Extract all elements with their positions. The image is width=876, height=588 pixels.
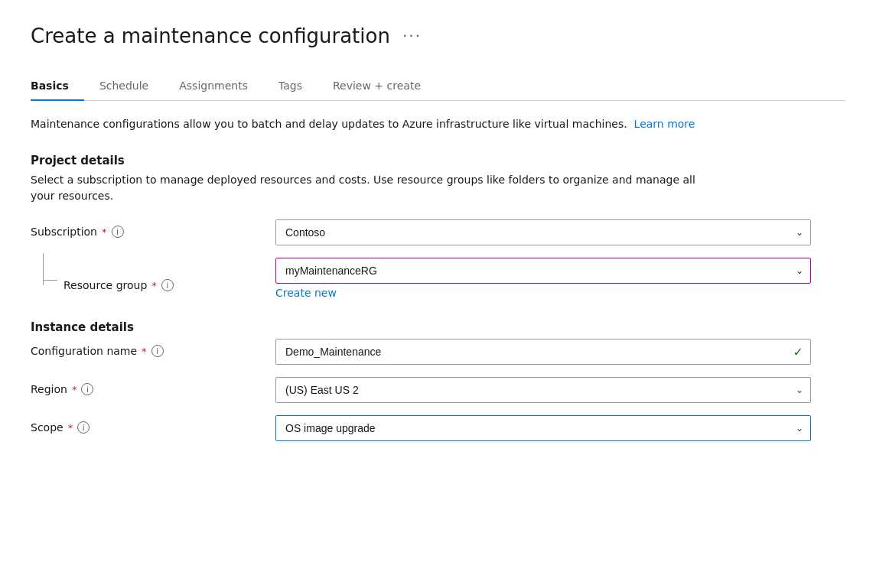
resource-group-dropdown[interactable]: myMaintenanceRG ⌄: [275, 258, 811, 284]
region-info-icon[interactable]: i: [81, 383, 93, 395]
scope-info-icon[interactable]: i: [77, 421, 90, 434]
resource-group-info-icon[interactable]: i: [161, 279, 174, 291]
tabs-nav: Basics Schedule Assignments Tags Review …: [31, 72, 845, 101]
more-options-button[interactable]: ···: [402, 27, 422, 45]
scope-row: Scope * i OS image upgrade ⌄: [31, 415, 845, 441]
subscription-row: Subscription * i Contoso ⌄: [31, 219, 845, 245]
instance-details-heading: Instance details: [31, 320, 845, 334]
region-select[interactable]: (US) East US 2: [275, 377, 811, 403]
scope-required: *: [68, 422, 73, 434]
description-text: Maintenance configurations allow you to …: [31, 118, 627, 130]
config-name-label: Configuration name: [31, 345, 137, 357]
resource-group-select[interactable]: myMaintenanceRG: [275, 258, 811, 284]
config-name-check-icon: ✓: [793, 345, 803, 359]
create-new-link[interactable]: Create new: [275, 287, 811, 299]
config-name-info-icon[interactable]: i: [151, 345, 164, 357]
tab-schedule[interactable]: Schedule: [99, 72, 164, 101]
tab-tags[interactable]: Tags: [278, 72, 318, 101]
config-name-required: *: [142, 346, 147, 357]
scope-label: Scope: [31, 421, 64, 434]
learn-more-link[interactable]: Learn more: [634, 118, 695, 130]
scope-dropdown[interactable]: OS image upgrade ⌄: [275, 415, 811, 441]
page-description: Maintenance configurations allow you to …: [31, 116, 719, 132]
subscription-required: *: [102, 226, 107, 238]
project-details-heading: Project details: [31, 154, 845, 167]
page-title: Create a maintenance configuration: [31, 24, 390, 47]
scope-select[interactable]: OS image upgrade: [275, 415, 811, 441]
config-name-row: Configuration name * i ✓: [31, 339, 845, 365]
subscription-label: Subscription: [31, 226, 97, 238]
resource-group-label: Resource group: [64, 279, 147, 291]
region-row: Region * i (US) East US 2 ⌄: [31, 377, 845, 403]
config-name-input[interactable]: [275, 339, 811, 365]
project-details-description: Select a subscription to manage deployed…: [31, 172, 719, 204]
config-name-input-wrapper: ✓: [275, 339, 811, 365]
tab-review-create[interactable]: Review + create: [333, 72, 436, 101]
region-required: *: [72, 384, 77, 395]
tab-basics[interactable]: Basics: [31, 72, 84, 101]
tab-assignments[interactable]: Assignments: [179, 72, 263, 101]
subscription-select[interactable]: Contoso: [275, 219, 811, 245]
subscription-info-icon[interactable]: i: [112, 226, 124, 238]
region-dropdown[interactable]: (US) East US 2 ⌄: [275, 377, 811, 403]
subscription-dropdown[interactable]: Contoso ⌄: [275, 219, 811, 245]
region-label: Region: [31, 383, 67, 395]
resource-group-required: *: [151, 280, 157, 291]
